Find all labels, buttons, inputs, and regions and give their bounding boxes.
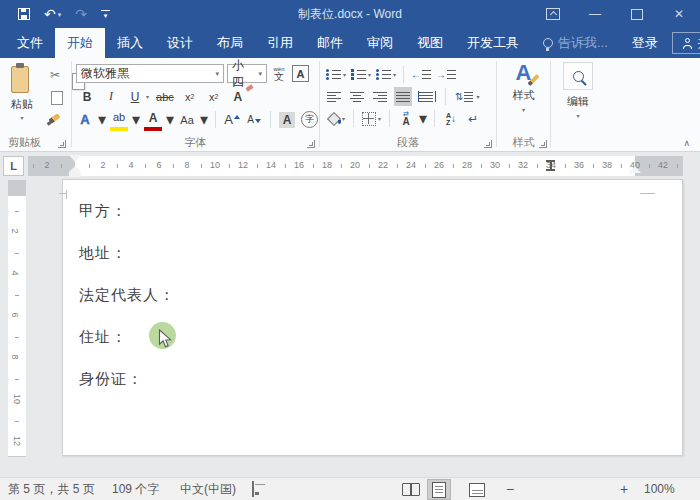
numbering-button[interactable]: ▾ [350,65,372,84]
shrink-font-button[interactable]: A [245,110,263,129]
print-layout-button[interactable] [427,479,451,500]
maximize-button[interactable] [616,0,658,28]
align-right-button[interactable] [371,87,389,106]
change-case-button[interactable]: Aa [178,110,196,129]
ruler-number: 20 [350,160,360,170]
line-spacing-button[interactable]: ⇅▾ [454,87,480,106]
underline-button[interactable]: U [126,87,144,106]
tab-selector-button[interactable]: L [3,156,24,176]
font-color-button[interactable]: A [144,108,162,131]
italic-button[interactable]: I [102,87,120,106]
minimize-button[interactable]: — [574,0,616,28]
collapse-ribbon-button[interactable]: ∧ [683,138,690,148]
doc-line-address[interactable]: 地址： [79,244,127,262]
tell-me-box[interactable]: 告诉我... [531,28,620,58]
tab-layout[interactable]: 布局 [205,28,255,58]
borders-button[interactable]: ▾ [361,109,382,128]
format-painter-button[interactable] [45,108,63,127]
tab-developer[interactable]: 开发工具 [455,28,531,58]
cut-button[interactable]: ✂ [46,65,64,84]
language-indicator[interactable]: 中文(中国) [180,478,236,500]
divider [389,110,390,127]
ruler-tick [15,295,19,296]
lightbulb-icon [543,38,553,48]
asian-layout-button[interactable]: ⇄A [397,109,415,128]
tab-stop-marker[interactable] [546,160,555,171]
align-left-button[interactable] [325,87,343,106]
tab-review[interactable]: 审阅 [355,28,405,58]
zoom-level[interactable]: 100% [644,478,675,500]
tab-design[interactable]: 设计 [155,28,205,58]
superscript-button[interactable]: x2 [205,87,223,106]
chevron-down-icon: ▾ [378,115,381,122]
ruler-tick [89,164,90,168]
multilevel-list-button[interactable]: ▾ [375,65,397,84]
chevron-down-icon: ▾ [342,115,345,122]
tab-mailings[interactable]: 邮件 [305,28,355,58]
zoom-in-button[interactable]: + [620,478,628,500]
zoom-out-button[interactable]: − [506,478,514,500]
ruler-tick [15,421,19,422]
chevron-down-icon: ▾ [254,70,262,78]
close-button[interactable]: ✕ [658,0,700,28]
styles-dialog-launcher[interactable] [539,140,547,148]
paragraph-dialog-launcher[interactable] [484,140,492,148]
clear-formatting-button[interactable]: A [229,87,247,106]
doc-line-party-a[interactable]: 甲方： [79,202,127,220]
strikethrough-button[interactable]: abc [155,87,175,106]
increase-indent-button[interactable]: → [435,65,457,84]
word-count[interactable]: 109 个字 [112,478,159,500]
justify-button[interactable] [394,87,412,106]
doc-line-id-card[interactable]: 身份证： [79,370,143,388]
text-effects-button[interactable]: A [76,110,94,129]
ribbon-display-options-button[interactable] [532,0,574,28]
tab-references[interactable]: 引用 [255,28,305,58]
horizontal-ruler[interactable]: 224681012141618202224262830323436384042 [28,156,683,176]
character-border-button[interactable]: A [291,64,310,83]
document-page[interactable]: 甲方： 地址： 法定代表人： 住址： 身份证： [62,179,683,456]
clipboard-group: 粘贴 ▾ ✂ 剪贴板 [0,58,71,152]
web-layout-button[interactable] [465,479,489,500]
tab-insert[interactable]: 插入 [105,28,155,58]
ruler-tick [509,164,510,168]
sort-button[interactable]: AZ↓ [442,109,460,128]
show-hide-marks-button[interactable]: ↵ [464,109,482,128]
share-button[interactable]: 共享 [672,32,700,54]
vertical-ruler[interactable]: 24681012 [8,180,26,457]
bullets-button[interactable]: ▾ [325,65,347,84]
tab-home[interactable]: 开始 [55,28,105,58]
doc-line-legal-representative[interactable]: 法定代表人： [79,286,175,304]
editing-button[interactable]: 编辑 ▾ [551,58,605,130]
pinyin-guide-button[interactable]: wén文 [270,64,288,83]
chevron-down-icon: ▾ [211,70,219,78]
left-indent-marker[interactable] [69,172,81,177]
align-center-button[interactable] [348,87,366,106]
read-mode-button[interactable] [399,479,423,500]
enclose-characters-button[interactable]: 字 [300,110,319,129]
sign-in-button[interactable]: 登录 [620,28,670,58]
subscript-button[interactable]: x2 [181,87,199,106]
character-shading-button[interactable]: A [278,110,296,129]
font-dialog-launcher[interactable] [307,140,315,148]
ruler-tick [117,164,118,168]
doc-line-residence[interactable]: 住址： [79,328,127,346]
chevron-down-icon: ▾ [132,110,140,129]
clipboard-dialog-launcher[interactable] [58,140,66,148]
distributed-button[interactable] [417,87,437,106]
styles-button[interactable]: A 样式 ▾ [497,58,550,130]
paste-button[interactable]: 粘贴 ▾ [6,63,38,121]
highlight-color-button[interactable]: ab [110,108,128,131]
copy-button[interactable] [48,88,66,107]
macro-record-button[interactable] [252,478,254,500]
font-size-combo[interactable]: 小四▾ [227,64,267,83]
tab-file[interactable]: 文件 [0,28,55,58]
page-indicator[interactable]: 第 5 页，共 5 页 [8,478,95,500]
decrease-indent-button[interactable]: ← [410,65,432,84]
search-icon-box [563,62,593,90]
bold-button[interactable]: B [78,87,96,106]
grow-font-button[interactable]: A [223,110,241,129]
font-name-combo[interactable]: 微软雅黑▾ [76,64,224,83]
shading-button[interactable]: ▾ [326,109,346,128]
crop-mark [640,193,655,194]
tab-view[interactable]: 视图 [405,28,455,58]
